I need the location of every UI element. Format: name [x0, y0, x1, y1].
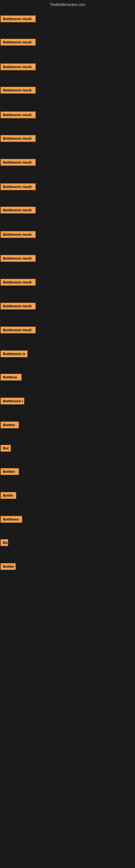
bottleneck-label-13: Bottleneck result — [1, 327, 36, 333]
bottleneck-row-4: Bottleneck result — [1, 112, 36, 119]
bottleneck-label-22: Bo — [1, 539, 8, 546]
bottleneck-label-16: Bottleneck r — [1, 398, 24, 404]
bottleneck-row-16: Bottleneck r — [1, 398, 24, 405]
bottleneck-label-14: Bottleneck re — [1, 350, 28, 357]
bottleneck-row-13: Bottleneck result — [1, 327, 36, 335]
bottleneck-row-11: Bottleneck result — [1, 279, 36, 287]
bottleneck-label-15: Bottlene — [1, 374, 21, 380]
bottleneck-row-5: Bottleneck result — [1, 135, 36, 143]
bottleneck-label-11: Bottleneck result — [1, 279, 36, 286]
bottleneck-label-1: Bottleneck result — [1, 39, 36, 45]
bottleneck-row-2: Bottleneck result — [1, 63, 36, 71]
bottleneck-row-23: Bottler — [1, 563, 16, 571]
bottleneck-row-7: Bottleneck result — [1, 183, 36, 191]
site-title: TheBottlenecker.com — [50, 2, 85, 7]
bottleneck-label-3: Bottleneck result — [1, 87, 36, 94]
bottleneck-label-4: Bottleneck result — [1, 112, 36, 118]
bottleneck-row-12: Bottleneck result — [1, 303, 36, 311]
bottleneck-label-0: Bottleneck result — [1, 16, 36, 22]
bottleneck-row-9: Bottleneck result — [1, 231, 36, 239]
site-header: TheBottlenecker.com — [0, 0, 135, 8]
bottleneck-label-8: Bottleneck result — [1, 207, 36, 214]
bottleneck-row-19: Bottlen — [1, 468, 19, 476]
bottleneck-label-19: Bottlen — [1, 468, 19, 475]
bottleneck-label-9: Bottleneck result — [1, 231, 36, 238]
bottleneck-row-3: Bottleneck result — [1, 87, 36, 95]
bottleneck-row-21: Bottlenec — [1, 516, 22, 524]
bottleneck-label-17: Bottlen — [1, 422, 19, 428]
items-container: Bottleneck resultBottleneck resultBottle… — [0, 8, 135, 849]
bottleneck-row-6: Bottleneck result — [1, 159, 36, 167]
bottleneck-label-20: Bottle — [1, 492, 16, 499]
bottleneck-label-7: Bottleneck result — [1, 183, 36, 190]
bottleneck-label-6: Bottleneck result — [1, 159, 36, 166]
bottleneck-row-8: Bottleneck result — [1, 207, 36, 215]
bottleneck-row-17: Bottlen — [1, 422, 19, 429]
bottleneck-row-1: Bottleneck result — [1, 39, 36, 46]
bottleneck-label-21: Bottlenec — [1, 516, 22, 523]
bottleneck-row-18: Bot — [1, 445, 11, 453]
bottleneck-label-5: Bottleneck result — [1, 135, 36, 142]
page-container: TheBottlenecker.com Bottleneck resultBot… — [0, 0, 135, 868]
bottleneck-row-22: Bo — [1, 539, 8, 547]
bottleneck-row-14: Bottleneck re — [1, 350, 28, 358]
bottleneck-row-20: Bottle — [1, 492, 16, 500]
bottleneck-label-10: Bottleneck result — [1, 255, 36, 262]
bottleneck-label-23: Bottler — [1, 563, 16, 570]
bottleneck-label-12: Bottleneck result — [1, 303, 36, 310]
bottleneck-label-18: Bot — [1, 445, 11, 452]
bottleneck-row-15: Bottlene — [1, 374, 21, 382]
bottleneck-row-0: Bottleneck result — [1, 16, 36, 23]
bottleneck-row-10: Bottleneck result — [1, 255, 36, 263]
bottleneck-label-2: Bottleneck result — [1, 63, 36, 70]
